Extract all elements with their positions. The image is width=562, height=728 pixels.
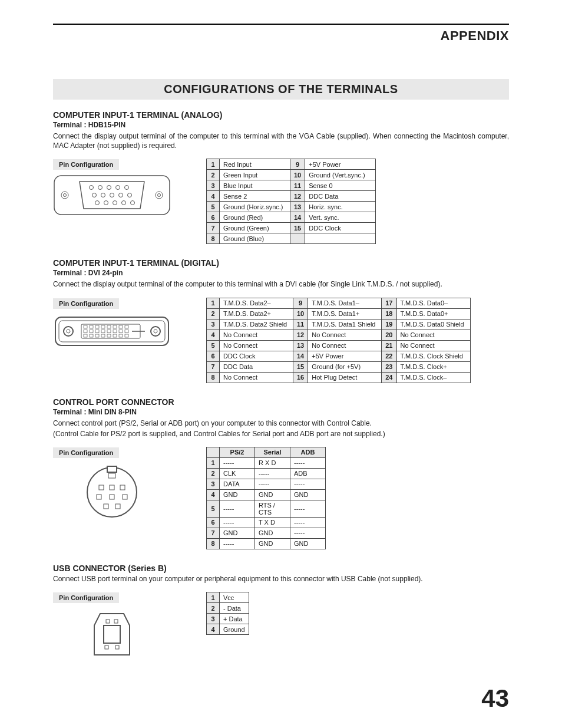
pin-num: 2 — [207, 603, 220, 614]
svg-point-11 — [101, 193, 105, 197]
pin-val: DDC Clock — [220, 351, 293, 361]
pin-val: ----- — [290, 457, 326, 468]
pin-num: 4 — [207, 191, 220, 202]
svg-rect-35 — [84, 330, 87, 332]
pin-val: T.M.D.S. Data0– — [396, 298, 470, 308]
svg-rect-31 — [107, 325, 111, 328]
pin-num: 14 — [293, 351, 308, 361]
usb-heading: USB CONNECTOR (Series B) — [53, 564, 509, 573]
usb-desc: Connect USB port terminal on your comput… — [53, 574, 509, 584]
pin-val: Sense 0 — [305, 180, 376, 191]
pin-num: 2 — [207, 308, 220, 319]
pin-val: No Connect — [308, 330, 382, 340]
pin-num: 2 — [207, 468, 220, 479]
section-analog: COMPUTER INPUT-1 TERMINAL (ANALOG) Termi… — [53, 110, 509, 244]
pin-val: R X D — [255, 457, 290, 468]
pin-val: Red Input — [220, 159, 290, 170]
pin-num: 16 — [293, 372, 308, 383]
pin-num: 18 — [382, 308, 396, 319]
svg-point-25 — [154, 330, 157, 333]
pin-num: 3 — [207, 614, 220, 624]
svg-point-22 — [64, 327, 73, 336]
svg-point-7 — [107, 186, 111, 190]
pin-val: GND — [255, 489, 290, 500]
svg-point-14 — [128, 193, 132, 197]
pin-val: ----- — [255, 468, 290, 479]
svg-point-12 — [110, 193, 114, 197]
pin-num: 12 — [290, 191, 305, 202]
pin-num: 8 — [207, 372, 220, 383]
digital-sub: Terminal : DVI 24-pin — [53, 269, 509, 277]
pin-num: 22 — [382, 351, 396, 361]
control-desc-2: (Control Cable for PS/2 port is supplied… — [53, 429, 509, 439]
svg-rect-52 — [107, 466, 117, 472]
pin-val: Ground (Horiz.sync.) — [220, 202, 290, 212]
pin-val: ----- — [255, 479, 290, 489]
section-digital: COMPUTER INPUT-1 TERMINAL (DIGITAL) Term… — [53, 258, 509, 383]
pin-val: DDC Data — [220, 361, 293, 372]
pin-config-label: Pin Configuration — [53, 447, 119, 458]
svg-point-18 — [122, 201, 126, 205]
pin-val: + Data — [220, 614, 249, 624]
svg-rect-28 — [90, 325, 93, 328]
pin-num: 19 — [382, 319, 396, 330]
pin-val: DATA — [220, 479, 255, 489]
pin-val: No Connect — [396, 330, 470, 340]
svg-rect-53 — [108, 473, 115, 478]
analog-sub: Terminal : HDB15-PIN — [53, 121, 509, 129]
svg-rect-63 — [106, 620, 110, 623]
pin-val: T.M.D.S. Data2 Shield — [220, 319, 293, 330]
svg-rect-27 — [84, 325, 87, 328]
svg-rect-34 — [125, 325, 128, 328]
pin-num: 3 — [207, 319, 220, 330]
pin-val: Ground (Red) — [220, 212, 290, 223]
svg-rect-48 — [113, 334, 117, 337]
pin-num: 5 — [207, 202, 220, 212]
pin-num: 14 — [290, 212, 305, 223]
pin-val: Ground (Green) — [220, 223, 290, 233]
digital-pin-table: 1T.M.D.S. Data2–9T.M.D.S. Data1–17T.M.D.… — [206, 298, 471, 383]
svg-point-9 — [125, 186, 129, 190]
pin-val: Vcc — [220, 592, 249, 603]
pin-num: 17 — [382, 298, 396, 308]
svg-rect-38 — [101, 330, 105, 332]
pin-num: 7 — [207, 361, 220, 372]
svg-rect-32 — [113, 325, 117, 328]
analog-heading: COMPUTER INPUT-1 TERMINAL (ANALOG) — [53, 110, 509, 120]
pin-val: Green Input — [220, 170, 290, 180]
pin-val: Ground — [220, 624, 249, 635]
pin-val: GND — [255, 528, 290, 538]
pin-val: CLK — [220, 468, 255, 479]
svg-rect-59 — [110, 495, 114, 499]
svg-rect-55 — [110, 485, 114, 490]
pin-val: T.M.D.S. Clock– — [396, 372, 470, 383]
pin-val: T.M.D.S. Data2+ — [220, 308, 293, 319]
pin-num: 15 — [290, 223, 305, 233]
pin-num: 8 — [207, 233, 220, 244]
svg-point-4 — [158, 194, 161, 197]
svg-point-23 — [67, 330, 70, 333]
col-header: Serial — [255, 447, 290, 457]
pin-num: 1 — [207, 592, 220, 603]
pin-num: 3 — [207, 479, 220, 489]
svg-rect-56 — [120, 485, 125, 490]
pin-val: T.M.D.S. Data2– — [220, 298, 293, 308]
svg-rect-54 — [99, 485, 104, 490]
section-control: CONTROL PORT CONNECTOR Terminal : Mini D… — [53, 397, 509, 549]
pin-val: ----- — [220, 538, 255, 549]
pin-val: DDC Clock — [305, 223, 376, 233]
pin-num: 24 — [382, 372, 396, 383]
pin-val: No Connect — [308, 340, 382, 351]
page-number: 43 — [53, 684, 509, 713]
page-title: CONFIGURATIONS OF THE TERMINALS — [53, 79, 509, 100]
svg-point-16 — [104, 201, 108, 205]
pin-val: ----- — [290, 528, 326, 538]
svg-rect-45 — [95, 334, 99, 337]
svg-rect-65 — [105, 645, 108, 649]
pin-val: ----- — [290, 479, 326, 489]
svg-point-6 — [98, 186, 103, 190]
svg-rect-39 — [107, 330, 111, 332]
pin-val: ----- — [220, 457, 255, 468]
svg-rect-30 — [101, 325, 105, 328]
svg-rect-50 — [125, 334, 128, 337]
